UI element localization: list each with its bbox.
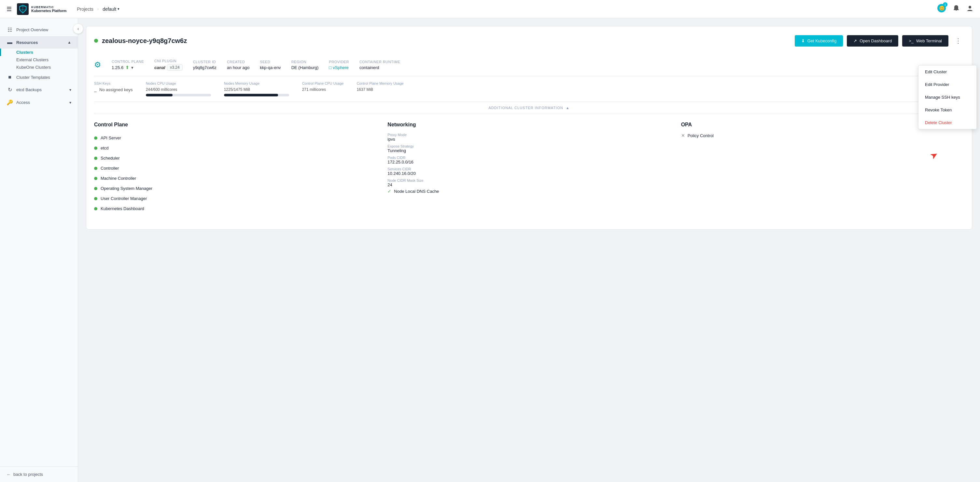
sidebar-collapse-button[interactable]: ‹ bbox=[73, 24, 83, 34]
expose-strategy-value: Tunneling bbox=[387, 148, 670, 153]
proxy-mode-label: Proxy Mode bbox=[387, 133, 670, 137]
seed-label: Seed bbox=[260, 60, 281, 64]
context-edit-cluster[interactable]: Edit Cluster bbox=[918, 65, 977, 78]
pods-cidr-label: Pods CIDR bbox=[387, 156, 670, 159]
user-profile-icon[interactable] bbox=[966, 5, 974, 13]
provider-value-row: □ vSphere bbox=[329, 65, 349, 70]
machine-controller-status-dot bbox=[94, 177, 97, 180]
sidebar-item-clusters[interactable]: Clusters bbox=[0, 49, 78, 56]
cp-scheduler-row: Scheduler bbox=[94, 153, 377, 163]
meta-container-runtime: Container Runtime containerd bbox=[360, 60, 401, 70]
hamburger-icon[interactable]: ☰ bbox=[6, 6, 12, 13]
nav-projects-link[interactable]: Projects bbox=[77, 6, 94, 12]
ssh-keys-value: No assigned keys bbox=[99, 87, 133, 92]
sidebar-item-access[interactable]: 🔑 Access ▾ bbox=[0, 96, 78, 109]
meta-seed: Seed kkp-qa-env bbox=[260, 60, 281, 70]
sidebar-item-kubeone-clusters[interactable]: KubeOne Clusters bbox=[0, 64, 78, 71]
ucm-label: User Controller Manager bbox=[100, 196, 147, 201]
created-value: an hour ago bbox=[227, 65, 250, 70]
region-value: DE (Hamburg) bbox=[291, 65, 319, 70]
sidebar-item-cluster-templates[interactable]: ■ Cluster Templates bbox=[0, 71, 78, 83]
container-runtime-label: Container Runtime bbox=[360, 60, 401, 64]
nav-separator: › bbox=[97, 6, 99, 11]
etcd-status-dot bbox=[94, 146, 97, 150]
etcd-chevron-icon: ▾ bbox=[69, 87, 71, 92]
sidebar-item-project-overview[interactable]: ☷ Project Overview bbox=[0, 24, 78, 36]
svg-point-3 bbox=[969, 6, 971, 8]
meta-cni: CNI Plugin canal v3.24 bbox=[154, 59, 183, 71]
sidebar-item-etcd-backups[interactable]: ↻ etcd Backups ▾ bbox=[0, 83, 78, 96]
key-icon: 🔑 bbox=[6, 99, 13, 105]
main-content: zealous-noyce-y9q8g7cw6z ⬇ Get Kubeconfi… bbox=[78, 18, 980, 482]
context-delete-cluster[interactable]: Delete Cluster bbox=[918, 116, 977, 129]
back-arrow-icon: ← bbox=[6, 472, 11, 477]
logo-kubernetes-text: Kubernetes Platform bbox=[31, 9, 67, 13]
cni-plugin-label: CNI Plugin bbox=[154, 59, 183, 63]
resources-chevron-icon: ▲ bbox=[67, 40, 71, 45]
nodes-mem-bar-fill bbox=[224, 94, 278, 96]
get-kubeconfig-button[interactable]: ⬇ Get Kubeconfig bbox=[795, 35, 843, 46]
support-icon[interactable]: 😊 1 bbox=[937, 3, 946, 14]
info-grid: Control Plane API Server etcd Scheduler bbox=[94, 114, 964, 221]
x-icon: ✕ bbox=[681, 133, 685, 138]
ucm-status-dot bbox=[94, 197, 97, 200]
scheduler-status-dot bbox=[94, 157, 97, 160]
api-server-label: API Server bbox=[100, 135, 121, 140]
download-icon: ⬇ bbox=[801, 38, 805, 43]
k8s-dashboard-label: Kubernetes Dashboard bbox=[100, 206, 144, 211]
control-plane-section: Control Plane API Server etcd Scheduler bbox=[94, 122, 377, 214]
control-plane-section-title: Control Plane bbox=[94, 122, 377, 128]
meta-cluster-id: Cluster ID y9q8g7cw6z bbox=[193, 60, 216, 70]
notification-badge: 1 bbox=[943, 2, 947, 7]
region-label: Region bbox=[291, 60, 319, 64]
nav-right: 😊 1 bbox=[937, 3, 974, 14]
cp-mem-label: Control Plane Memory Usage bbox=[356, 81, 403, 85]
proxy-mode-value: ipvs bbox=[387, 137, 670, 142]
canal-logo: canal bbox=[154, 65, 165, 70]
upgrade-icon: ⬆ bbox=[125, 65, 129, 70]
etcd-label: etcd bbox=[100, 146, 109, 151]
cluster-id-value: y9q8g7cw6z bbox=[193, 65, 216, 70]
nav-default-project[interactable]: default ▾ bbox=[103, 6, 119, 12]
top-navigation: ☰ KUBERMATIC Kubernetes Platform Project… bbox=[0, 0, 980, 18]
context-manage-ssh-keys[interactable]: Manage SSH keys bbox=[918, 91, 977, 103]
osm-status-dot bbox=[94, 187, 97, 190]
control-plane-version: 1.25.6 bbox=[112, 65, 123, 70]
more-options-button[interactable]: ⋮ bbox=[952, 34, 964, 47]
services-cidr-label: Services CIDR bbox=[387, 167, 670, 171]
container-runtime-value: containerd bbox=[360, 65, 401, 70]
scheduler-label: Scheduler bbox=[100, 156, 120, 161]
control-plane-icon: ⚙ bbox=[94, 60, 101, 69]
open-dashboard-button[interactable]: ↗ Open Dashboard bbox=[847, 35, 898, 46]
cp-ucm-row: User Controller Manager bbox=[94, 194, 377, 204]
context-edit-provider[interactable]: Edit Provider bbox=[918, 78, 977, 91]
cp-controller-row: Controller bbox=[94, 163, 377, 173]
sidebar-label-kubeone-clusters: KubeOne Clusters bbox=[16, 65, 51, 70]
terminal-icon: >_ bbox=[909, 38, 913, 43]
stat-nodes-memory: Nodes Memory Usage 1225/1475 MiB bbox=[224, 81, 289, 96]
sidebar-item-resources[interactable]: ▬ Resources ▲ bbox=[0, 36, 78, 49]
ssh-keys-value-row: ⎯ No assigned keys bbox=[94, 87, 133, 92]
chevron-down-icon: ▾ bbox=[118, 7, 119, 11]
etcd-icon: ↻ bbox=[6, 87, 13, 93]
expose-strategy-label: Expose Strategy bbox=[387, 144, 670, 148]
nodes-cpu-value: 244/600 millicores bbox=[146, 87, 211, 92]
back-to-projects-link[interactable]: ← back to projects bbox=[6, 472, 71, 477]
sidebar-item-external-clusters[interactable]: External Clusters bbox=[0, 56, 78, 64]
node-local-dns-row: ✓ Node Local DNS Cache bbox=[387, 189, 670, 194]
networking-section-title: Networking bbox=[387, 122, 670, 128]
context-revoke-token[interactable]: Revoke Token bbox=[918, 103, 977, 116]
created-label: Created bbox=[227, 60, 250, 64]
resources-icon: ▬ bbox=[6, 40, 13, 45]
chevron-left-icon: ‹ bbox=[78, 26, 79, 31]
back-to-projects-label: back to projects bbox=[13, 472, 43, 477]
k8s-dashboard-status-dot bbox=[94, 207, 97, 210]
version-dropdown-icon[interactable]: ▾ bbox=[131, 65, 134, 70]
additional-info-toggle[interactable]: ADDITIONAL CLUSTER INFORMATION ▲ bbox=[94, 102, 964, 114]
notification-bell-icon[interactable] bbox=[953, 5, 960, 13]
web-terminal-button[interactable]: >_ Web Terminal bbox=[902, 35, 948, 46]
provider-name: vSphere bbox=[333, 65, 348, 70]
provider-label: Provider bbox=[329, 60, 349, 64]
opa-section: OPA ✕ Policy Control bbox=[681, 122, 964, 214]
cp-osm-row: Operating System Manager bbox=[94, 183, 377, 194]
